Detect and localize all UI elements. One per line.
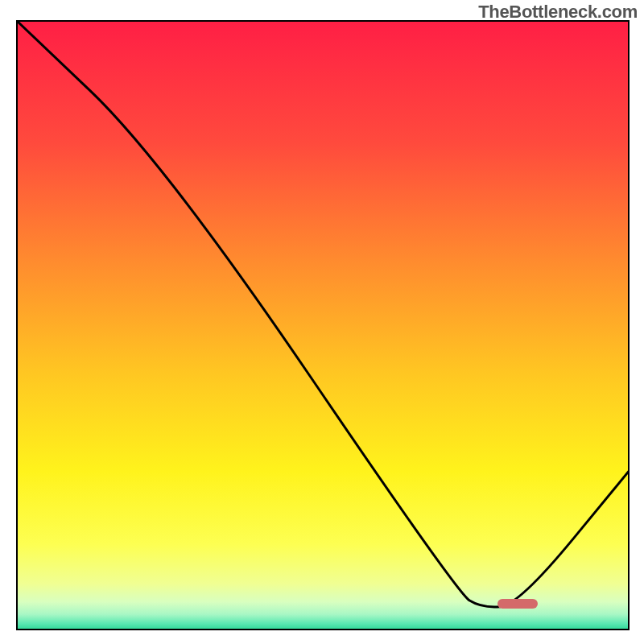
optimal-marker [497, 599, 538, 609]
bottleneck-chart [0, 0, 644, 644]
gradient-background [17, 21, 629, 630]
chart-container: TheBottleneck.com [0, 0, 644, 644]
